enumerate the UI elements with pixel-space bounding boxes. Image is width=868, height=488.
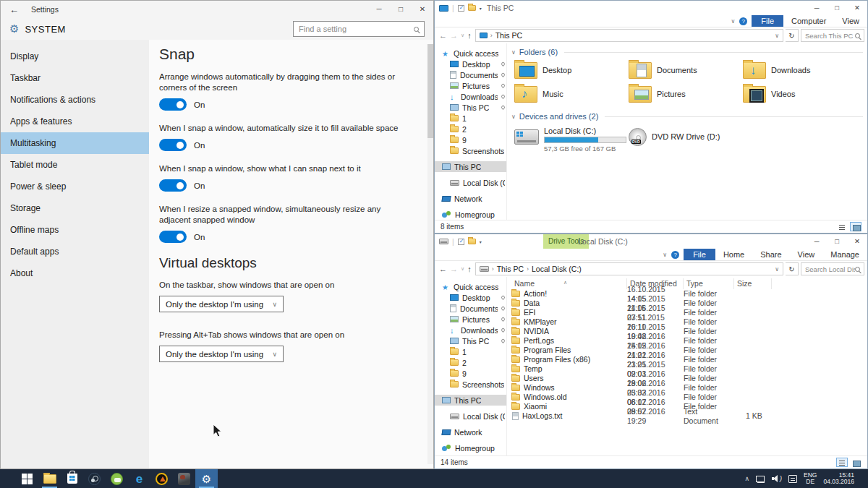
file-row[interactable]: Program Files (x86) 24.02.2016 21:21 Fil… (511, 355, 867, 364)
folder-tile[interactable]: Downloads (743, 59, 857, 81)
breadcrumb-item[interactable]: This PC (495, 31, 522, 40)
toggle-switch[interactable] (159, 231, 187, 243)
network-icon[interactable] (756, 475, 765, 483)
search-input[interactable]: Search This PC (801, 29, 864, 42)
nav-pane-item[interactable]: 1 (435, 346, 506, 357)
toggle-switch[interactable] (159, 98, 187, 111)
qat-properties-icon[interactable] (458, 239, 464, 245)
file-row[interactable]: Program Files 24.02.2016 21:21 File fold… (511, 346, 867, 355)
start-button[interactable] (16, 469, 38, 488)
nav-pane-item[interactable]: Homegroup (435, 442, 506, 453)
nav-pane-item[interactable]: Documents (435, 69, 506, 80)
settings-sidebar-item[interactable]: Tablet mode (1, 154, 149, 176)
settings-sidebar-item[interactable]: Power & sleep (1, 176, 149, 197)
nav-pane-item[interactable]: Local Disk (C:) (435, 177, 506, 188)
nav-pane-item[interactable]: 2 (435, 124, 506, 134)
taskbar-store-button[interactable] (61, 469, 83, 488)
breadcrumb-item[interactable]: Local Disk (C:) (532, 265, 582, 273)
file-row[interactable]: HaxLogs.txt 28.02.2016 19:29 Text Docume… (511, 411, 867, 421)
recent-locations-icon[interactable]: ∨ (461, 33, 464, 38)
taskbar-aimp-button[interactable] (150, 469, 173, 488)
column-header-date-modified[interactable]: Date modified (627, 278, 684, 289)
clock[interactable]: 15:41 04.03.2016 (823, 472, 854, 485)
file-row[interactable]: Windows 29.02.2016 03:33 File folder (511, 383, 867, 393)
local-disk-tile[interactable]: Local Disk (C:) 57,3 GB free of 167 GB (514, 127, 629, 153)
nav-pane-item[interactable]: Network (435, 427, 506, 437)
taskbar-android-button[interactable] (106, 469, 128, 488)
refresh-icon[interactable]: ↻ (786, 29, 799, 42)
breadcrumb-item[interactable]: This PC (497, 265, 524, 273)
nav-pane-item[interactable]: Screenshots (435, 379, 506, 390)
settings-sidebar-item[interactable]: Apps & features (1, 111, 149, 132)
recent-locations-icon[interactable]: ∨ (461, 266, 464, 272)
maximize-button[interactable]: □ (390, 1, 412, 18)
back-arrow-icon[interactable]: ← (9, 4, 24, 15)
nav-pane-item[interactable]: 1 (435, 113, 506, 124)
search-input[interactable]: Search Local Disk (C:) (801, 262, 864, 275)
nav-pane-item[interactable]: Desktop (435, 59, 506, 69)
file-row[interactable]: Users 02.03.2016 18:06 File folder (511, 374, 867, 383)
taskbar-settings-button[interactable]: ⚙ (195, 469, 218, 488)
taskbar-edge-button[interactable]: e (128, 469, 150, 488)
scrollbar-thumb[interactable] (427, 44, 433, 138)
settings-sidebar-item[interactable]: Display (1, 46, 149, 67)
column-header-name[interactable]: ∧ Name (511, 278, 627, 289)
nav-pane-item[interactable]: 9 (435, 368, 506, 379)
settings-sidebar-item[interactable]: Notifications & actions (1, 89, 149, 111)
thumbnails-view-icon[interactable] (850, 458, 861, 467)
nav-pane-item[interactable]: Downloads (435, 91, 506, 102)
ribbon-tab[interactable]: Manage (822, 249, 867, 260)
folder-tile[interactable]: Desktop (514, 59, 629, 81)
ribbon-tab[interactable]: File (752, 15, 783, 27)
address-dropdown-icon[interactable]: ∨ (775, 33, 779, 39)
nav-pane-item[interactable]: This PC (435, 161, 506, 172)
qat-customize-icon[interactable]: ▾ (480, 6, 482, 11)
file-row[interactable]: KMPlayer 27.11.2015 20:11 File folder (511, 317, 867, 327)
up-arrow-icon[interactable]: ↑ (467, 31, 472, 40)
details-view-icon[interactable] (836, 458, 848, 467)
minimize-button[interactable]: ─ (368, 1, 390, 18)
volume-icon[interactable]: ) (772, 474, 782, 483)
file-row[interactable]: EFI 24.06.2015 03:51 File folder (511, 308, 867, 317)
file-row[interactable]: Action! 16.10.2015 14:15 File folder (511, 289, 867, 299)
folder-tile[interactable]: Pictures (629, 83, 743, 105)
nav-pane-item[interactable]: Pictures (435, 80, 506, 91)
qat-customize-icon[interactable]: ▾ (480, 239, 482, 244)
qat-properties-icon[interactable] (458, 5, 464, 12)
folder-tile[interactable]: Videos (743, 83, 857, 105)
maximize-button[interactable]: □ (827, 1, 847, 15)
nav-pane-item[interactable]: This PC (435, 395, 506, 406)
settings-sidebar-item[interactable]: Taskbar (1, 67, 149, 89)
group-header-folders[interactable]: ∨ Folders (6) (511, 46, 863, 58)
find-setting-input[interactable]: Find a setting (293, 21, 425, 37)
settings-sidebar-item[interactable]: Storage (1, 197, 149, 219)
ribbon-tab[interactable]: View (790, 249, 823, 260)
file-row[interactable]: Data 14.05.2015 11:15 File folder (511, 299, 867, 308)
breadcrumb[interactable]: › This PC ∨ (475, 29, 783, 42)
dropdown-select[interactable]: Only the desktop I'm using ∨ (159, 346, 284, 362)
close-button[interactable]: ✕ (847, 1, 867, 15)
nav-pane-item[interactable]: Pictures (435, 314, 506, 325)
back-arrow-icon[interactable]: ← (439, 31, 447, 40)
settings-sidebar-item[interactable]: About (1, 262, 149, 284)
toggle-switch[interactable] (159, 139, 187, 151)
up-arrow-icon[interactable]: ↑ (467, 265, 472, 273)
taskbar-file-explorer-button[interactable] (38, 469, 61, 488)
settings-sidebar-item[interactable]: Offline maps (1, 219, 149, 241)
nav-pane-item[interactable]: Quick access (435, 281, 506, 292)
collapse-chevron-icon[interactable]: ∨ (511, 49, 516, 56)
toggle-switch[interactable] (159, 179, 187, 192)
settings-sidebar-item[interactable]: Default apps (1, 241, 149, 262)
taskbar-game-button[interactable] (173, 469, 195, 488)
collapse-chevron-icon[interactable]: ∨ (511, 114, 516, 120)
address-dropdown-icon[interactable]: ∨ (775, 266, 779, 273)
language-indicator[interactable]: ENG DE (804, 472, 817, 485)
nav-pane-item[interactable]: 2 (435, 357, 506, 368)
ribbon-tab[interactable]: Computer (783, 15, 834, 27)
nav-pane-item[interactable]: Homegroup (435, 209, 506, 220)
file-row[interactable]: NVIDIA 16.10.2015 10:48 File folder (511, 327, 867, 336)
taskbar-steam-button[interactable] (83, 469, 106, 488)
close-button[interactable]: ✕ (847, 234, 867, 249)
folder-tile[interactable]: Music (514, 83, 629, 105)
settings-sidebar-item[interactable]: Multitasking (1, 132, 149, 154)
